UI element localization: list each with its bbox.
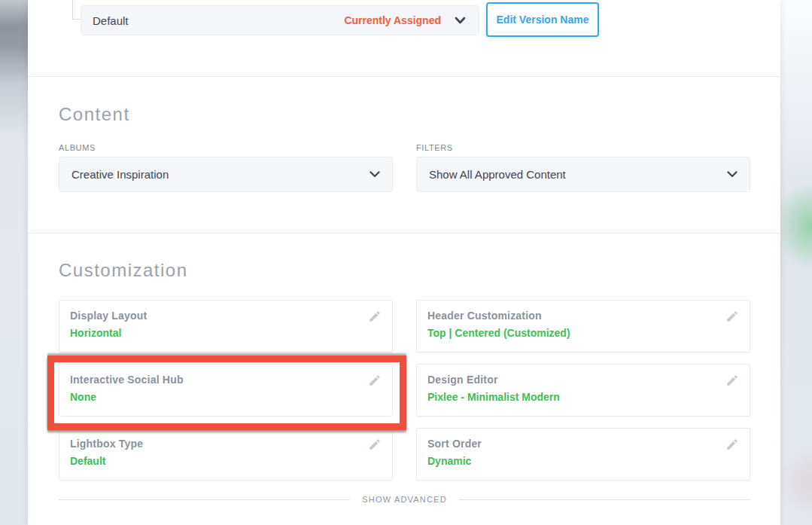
divider-line	[59, 499, 350, 500]
settings-panel: Default Currently Assigned Edit Version …	[28, 0, 780, 525]
pencil-icon[interactable]	[725, 437, 741, 452]
card-design-editor[interactable]: Design Editor Pixlee - Minimalist Modern	[416, 364, 750, 417]
show-advanced-label: SHOW ADVANCED	[362, 495, 447, 504]
pencil-icon[interactable]	[725, 373, 741, 388]
currently-assigned-badge: Currently Assigned	[344, 14, 441, 26]
pencil-icon[interactable]	[368, 437, 383, 452]
card-sort-order[interactable]: Sort Order Dynamic	[416, 428, 750, 481]
tree-connector-vertical	[72, 0, 73, 20]
albums-label: ALBUMS	[59, 143, 96, 152]
background-left-strip	[0, 0, 28, 525]
show-advanced-toggle[interactable]: SHOW ADVANCED	[59, 495, 750, 504]
filters-select[interactable]: Show All Approved Content	[416, 157, 750, 192]
chevron-down-icon	[455, 17, 466, 24]
customization-section-title: Customization	[59, 260, 188, 281]
customization-cards-grid: Display Layout Horizontal Header Customi…	[59, 300, 750, 481]
chevron-down-icon	[727, 171, 737, 178]
card-header-customization[interactable]: Header Customization Top | Centered (Cus…	[416, 300, 750, 353]
filters-selected-value: Show All Approved Content	[429, 168, 566, 181]
version-dropdown[interactable]: Default Currently Assigned	[81, 5, 479, 35]
card-value: None	[70, 391, 382, 403]
card-value: Dynamic	[427, 455, 739, 467]
pencil-icon[interactable]	[368, 373, 383, 388]
albums-selected-value: Creative Inspiration	[71, 168, 169, 181]
card-label: Lightbox Type	[70, 438, 382, 450]
card-label: Design Editor	[427, 374, 739, 386]
content-section-title: Content	[59, 104, 130, 125]
card-value: Default	[70, 455, 382, 467]
card-label: Interactive Social Hub	[70, 374, 382, 386]
card-value: Horizontal	[70, 327, 382, 339]
background-right-strip	[780, 0, 812, 525]
pencil-icon[interactable]	[725, 309, 741, 324]
card-lightbox-type[interactable]: Lightbox Type Default	[59, 428, 393, 481]
card-value: Pixlee - Minimalist Modern	[427, 391, 739, 403]
card-interactive-social-hub[interactable]: Interactive Social Hub None	[59, 364, 393, 417]
card-label: Sort Order	[427, 438, 739, 450]
version-name: Default	[93, 14, 129, 27]
chevron-down-icon	[370, 171, 380, 178]
edit-version-name-button[interactable]: Edit Version Name	[486, 2, 599, 37]
pencil-icon[interactable]	[368, 309, 383, 324]
filters-label: FILTERS	[416, 143, 453, 152]
section-divider	[28, 233, 780, 234]
card-label: Display Layout	[70, 310, 382, 322]
section-divider	[28, 76, 780, 77]
card-label: Header Customization	[427, 310, 739, 322]
card-value: Top | Centered (Customized)	[427, 327, 739, 339]
divider-line	[459, 499, 750, 500]
card-display-layout[interactable]: Display Layout Horizontal	[59, 300, 393, 353]
albums-select[interactable]: Creative Inspiration	[59, 157, 393, 192]
